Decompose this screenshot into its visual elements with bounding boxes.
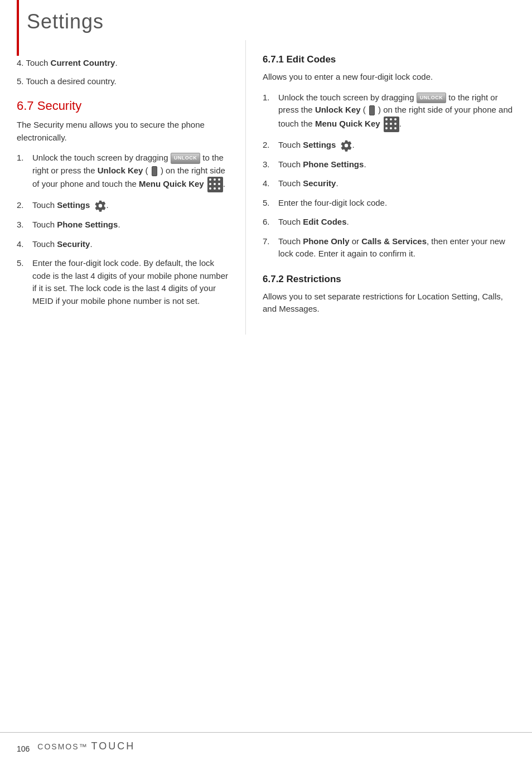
unlock-btn-icon: UNLOCK [171,153,201,164]
right-column: 6.7.1 Edit Codes Allows you to enter a n… [245,40,515,335]
section-heading-67: 6.7 Security [17,99,229,113]
unlock-btn-icon: UNLOCK [417,93,447,104]
page-container: Settings 4. Touch Current Country. 5. To… [0,0,532,765]
step-2-right: 2. Touch Settings . [263,139,515,152]
step-content: Touch Phone Only or Calls & Services, th… [278,235,515,260]
subsection-672-intro: Allows you to set separate restrictions … [263,290,515,316]
step-content: Touch Phone Settings. [278,158,515,171]
step-num: 1. [263,91,278,104]
step-num: 1. [17,152,32,164]
list-num: 4. [17,58,26,67]
list-item: 5. Touch a desired country. [17,75,229,88]
step-num: 5. [263,197,278,210]
step-content: Touch Settings . [32,199,229,212]
step-num: 6. [263,216,278,229]
step-4-right: 4. Touch Security. [263,177,515,190]
step-content: Enter the four-digit lock code. [278,197,515,210]
step-3-left: 3. Touch Phone Settings. [17,219,229,231]
step-content: Touch Settings . [278,139,515,152]
step-content: Touch Security. [32,238,229,251]
subsection-671-intro: Allows you to enter a new four-digit loc… [263,71,515,84]
step-5-left: 5. Enter the four-digit lock code. By de… [17,257,229,307]
step-4-left: 4. Touch Security. [17,238,229,251]
unlock-key-icon [152,166,157,176]
step-num: 4. [17,238,32,251]
footer-page-number: 106 [17,744,30,753]
left-column: 4. Touch Current Country. 5. Touch a des… [17,40,229,335]
step-2-left: 2. Touch Settings . [17,199,229,212]
step-num: 2. [263,139,278,152]
left-accent-bar [17,0,19,56]
step-num: 4. [263,177,278,190]
menu-quick-key-icon [207,177,223,192]
page-footer: 106 COSMOS™ TOUCH [0,732,532,765]
step-num: 5. [17,257,32,270]
step-num: 3. [17,219,32,231]
step-num: 7. [263,235,278,248]
step-1-left: 1. Unlock the touch screen by dragging U… [17,152,229,192]
step-content: Unlock the touch screen by dragging UNLO… [32,152,229,192]
step-3-right: 3. Touch Phone Settings. [263,158,515,171]
step-content: Touch Edit Codes. [278,216,515,229]
step-6-right: 6. Touch Edit Codes. [263,216,515,229]
settings-gear-icon [94,200,107,212]
step-content: Touch Security. [278,177,515,190]
content-area: 4. Touch Current Country. 5. Touch a des… [0,40,532,335]
step-5-right: 5. Enter the four-digit lock code. [263,197,515,210]
section-intro: The Security menu allows you to secure t… [17,119,229,144]
unlock-key-icon [369,105,375,115]
step-content: Touch Phone Settings. [32,219,229,231]
subsection-heading-672: 6.7.2 Restrictions [263,274,515,285]
page-header: Settings [0,0,532,40]
list-item: 4. Touch Current Country. [17,57,229,70]
step-1-right: 1. Unlock the touch screen by dragging U… [263,91,515,132]
step-7-right: 7. Touch Phone Only or Calls & Services,… [263,235,515,260]
settings-gear-icon-right [340,139,352,152]
page-title: Settings [27,10,515,33]
menu-quick-key-icon [384,117,399,132]
list-num: 5. [17,76,26,86]
step-content: Unlock the touch screen by dragging UNLO… [278,91,515,132]
subsection-heading-671: 6.7.1 Edit Codes [263,54,515,65]
step-num: 2. [17,199,32,212]
step-content: Enter the four-digit lock code. By defau… [32,257,229,307]
footer-brand: COSMOS™ TOUCH [37,740,135,757]
top-list: 4. Touch Current Country. 5. Touch a des… [17,51,229,88]
step-num: 3. [263,158,278,171]
